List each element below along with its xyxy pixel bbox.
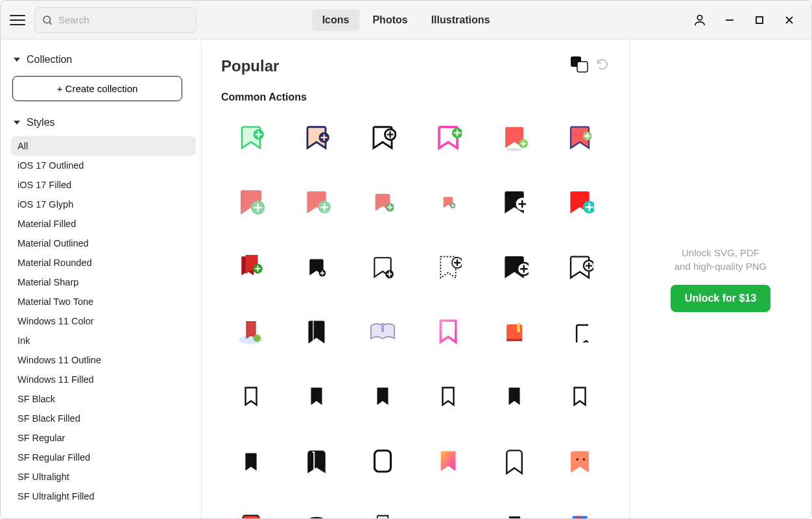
svg-rect-8 — [577, 62, 588, 72]
bookmark-add-stamp-icon[interactable] — [419, 245, 479, 290]
bookmark-add-thin-icon[interactable] — [353, 245, 412, 290]
style-list: AlliOS 17 OutlinediOS 17 FillediOS 17 Gl… — [11, 136, 196, 506]
window-controls — [692, 12, 804, 28]
bookmark-open-book-icon[interactable] — [353, 309, 412, 355]
user-icon[interactable] — [692, 12, 708, 28]
bookmark-outline-3-icon[interactable] — [551, 374, 610, 420]
color-mode-toggle[interactable] — [569, 55, 589, 77]
bookmark-red-round-icon[interactable] — [221, 504, 281, 518]
create-collection-button[interactable]: + Create collection — [12, 76, 182, 101]
bookmark-add-flat-red-icon[interactable] — [484, 115, 544, 160]
page-title: Popular — [221, 57, 279, 75]
bookmark-gradient-pink-icon[interactable] — [419, 309, 479, 355]
undo-icon[interactable] — [595, 57, 610, 75]
bookmark-outline-2-icon[interactable] — [419, 374, 479, 420]
bookmark-ribbon-outline-icon[interactable] — [484, 439, 544, 485]
close-icon[interactable] — [782, 12, 797, 28]
style-item[interactable]: iOS 17 Outlined — [11, 156, 196, 175]
bookmark-add-outline-icon[interactable] — [353, 115, 412, 160]
svg-rect-36 — [507, 339, 522, 341]
sidebar-styles-label: Styles — [27, 117, 55, 128]
bookmark-flat-book-icon[interactable] — [484, 309, 544, 355]
bookmark-fill-sq-icon[interactable] — [221, 439, 281, 485]
icon-grid — [221, 115, 610, 518]
style-item[interactable]: SF Ultralight — [11, 467, 196, 487]
unlock-text: Unlock SVG, PDF and high-quality PNG — [675, 246, 767, 273]
bookmark-solid-2-icon[interactable] — [353, 374, 412, 420]
svg-rect-41 — [577, 516, 580, 518]
sidebar-collection-header[interactable]: Collection — [11, 50, 196, 69]
maximize-icon[interactable] — [752, 12, 767, 28]
style-item[interactable]: Material Outlined — [11, 234, 196, 253]
bookmark-torn-icon[interactable] — [353, 504, 412, 518]
style-item[interactable]: Material Filled — [11, 214, 196, 234]
style-item[interactable]: Material Two Tone — [11, 292, 196, 311]
bookmark-3d-icon[interactable] — [221, 309, 281, 355]
tab-illustrations[interactable]: Illustrations — [421, 9, 501, 31]
chevron-down-icon — [14, 121, 20, 125]
bookmark-outline-1-icon[interactable] — [221, 374, 281, 420]
style-item[interactable]: iOS 17 Glyph — [11, 195, 196, 214]
bookmark-add-red-teal-icon[interactable] — [551, 180, 610, 225]
chevron-down-icon — [14, 58, 20, 62]
bookmark-solid-round-icon[interactable] — [287, 309, 347, 355]
style-item[interactable]: iOS 17 Filled — [11, 175, 196, 195]
style-item[interactable]: Material Rounded — [11, 253, 196, 272]
bookmark-rounded-fill-icon[interactable] — [287, 439, 347, 485]
bookmark-add-sticker-icon[interactable] — [551, 115, 610, 160]
tab-photos[interactable]: Photos — [362, 9, 418, 31]
bookmark-blue-red-icon[interactable] — [551, 504, 610, 518]
bookmark-add-black-icon[interactable] — [484, 180, 544, 225]
bookmark-add-salmon-sm-icon[interactable] — [353, 180, 412, 225]
bookmark-add-bold-icon[interactable] — [484, 245, 544, 290]
topbar: Icons Photos Illustrations — [1, 1, 811, 40]
bookmark-solid-1-icon[interactable] — [287, 374, 347, 420]
bookmark-add-line-icon[interactable] — [551, 245, 610, 290]
style-item[interactable]: Windows 11 Color — [11, 311, 196, 331]
bookmark-add-pink-icon[interactable] — [419, 115, 479, 160]
style-item[interactable]: SF Regular Filled — [11, 448, 196, 467]
bookmark-add-green-icon[interactable] — [221, 115, 281, 160]
bookmark-pixel-outline-icon[interactable] — [484, 504, 544, 518]
style-item[interactable]: All — [11, 136, 196, 156]
bookmark-gradient-icon[interactable] — [419, 439, 479, 485]
style-item[interactable]: Windows 11 Outline — [11, 350, 196, 370]
style-item[interactable]: Ink — [11, 331, 196, 350]
sidebar-styles-header[interactable]: Styles — [11, 113, 196, 132]
bookmark-blob-icon[interactable] — [287, 504, 347, 518]
menu-icon[interactable] — [8, 11, 27, 29]
bookmark-round-outline-icon[interactable] — [353, 439, 412, 485]
bookmark-pixel-dual-icon[interactable] — [419, 504, 479, 518]
style-item[interactable]: SF Ultralight Filled — [11, 487, 196, 506]
svg-point-33 — [253, 334, 261, 342]
svg-point-15 — [507, 148, 521, 151]
bookmark-add-solid-sm-icon[interactable] — [287, 245, 347, 290]
svg-rect-34 — [381, 323, 384, 332]
minimize-icon[interactable] — [722, 12, 737, 28]
bookmark-line-sm-icon[interactable] — [551, 309, 610, 355]
svg-rect-37 — [517, 323, 520, 332]
svg-point-0 — [43, 16, 51, 23]
svg-point-40 — [583, 458, 586, 461]
bookmark-add-salmon-md-icon[interactable] — [287, 180, 347, 225]
svg-rect-4 — [756, 17, 763, 23]
bookmark-add-salmon-xs-icon[interactable] — [419, 180, 479, 225]
svg-rect-38 — [374, 451, 390, 472]
style-item[interactable]: SF Regular — [11, 428, 196, 448]
nav-tabs: Icons Photos Illustrations — [312, 9, 501, 31]
tab-icons[interactable]: Icons — [312, 9, 360, 31]
search-input[interactable] — [58, 14, 189, 25]
bookmark-solid-3-icon[interactable] — [484, 374, 544, 420]
svg-point-39 — [577, 458, 579, 461]
unlock-button[interactable]: Unlock for $13 — [671, 285, 770, 312]
bookmark-add-salmon-lg-icon[interactable] — [221, 180, 281, 225]
bookmark-add-blue-icon[interactable] — [287, 115, 347, 160]
bookmark-eyes-icon[interactable] — [551, 439, 610, 485]
search-input-wrap[interactable] — [34, 7, 197, 33]
style-item[interactable]: SF Black Filled — [11, 409, 196, 428]
style-item[interactable]: SF Black — [11, 389, 196, 409]
style-item[interactable]: Windows 11 Filled — [11, 370, 196, 389]
style-item[interactable]: Material Sharp — [11, 272, 196, 292]
section-title: Common Actions — [221, 91, 610, 103]
bookmark-add-red-dual-icon[interactable] — [221, 245, 281, 290]
